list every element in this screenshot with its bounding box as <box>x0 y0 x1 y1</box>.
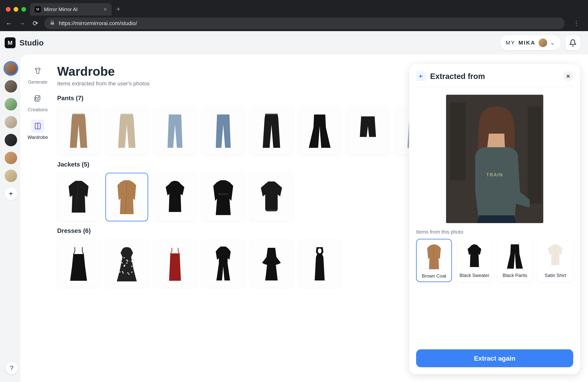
wardrobe-item-brown-wide-pants[interactable] <box>57 106 100 155</box>
extracted-item-label: Brown Coat <box>422 273 446 279</box>
minimize-window-icon[interactable] <box>14 7 18 12</box>
svg-point-14 <box>119 271 120 273</box>
notifications-button[interactable] <box>566 35 580 50</box>
svg-point-19 <box>127 260 128 262</box>
svg-rect-5 <box>265 114 278 116</box>
panel-close-button[interactable] <box>563 71 573 81</box>
svg-point-20 <box>124 265 125 266</box>
svg-rect-3 <box>72 114 85 116</box>
rail-avatar-6[interactable] <box>5 170 17 182</box>
garment-icon <box>256 244 287 283</box>
garment-icon <box>420 242 449 271</box>
rail-avatar-3[interactable] <box>5 116 17 128</box>
help-button[interactable]: ? <box>5 362 18 374</box>
wardrobe-item-black-biker-jacket[interactable] <box>57 173 100 221</box>
wardrobe-item-blue-jeans[interactable] <box>202 106 245 155</box>
garment-icon <box>541 242 570 271</box>
svg-rect-8 <box>218 193 228 195</box>
rail-avatar-1[interactable] <box>5 80 17 93</box>
rail-add-button[interactable]: + <box>5 188 17 200</box>
wardrobe-item-black-trousers[interactable] <box>250 106 293 155</box>
rail-avatar-0[interactable] <box>5 62 17 75</box>
browser-chrome: M Mirror Mirror AI × + ← → ⟳ https://mir… <box>0 0 588 31</box>
items-from-photo-label: Items from this photo <box>416 229 573 235</box>
gallery-icon <box>31 92 44 105</box>
close-icon <box>566 74 571 79</box>
wardrobe-item-black-palazzo[interactable] <box>298 106 341 155</box>
wardrobe-item-red-slip-dress[interactable] <box>154 239 196 288</box>
wardrobe-item-black-trench[interactable] <box>202 173 245 221</box>
svg-rect-31 <box>450 103 465 180</box>
profile-menu[interactable]: MYMIKA ⌄ <box>500 35 561 50</box>
extracted-panel: Extracted from TRAIN <box>409 64 580 374</box>
wardrobe-item-black-sweater-dress[interactable] <box>154 173 196 221</box>
app-title: Studio <box>20 39 43 47</box>
svg-point-28 <box>318 248 321 254</box>
garment-icon <box>256 178 287 216</box>
close-tab-icon[interactable]: × <box>104 6 107 13</box>
svg-rect-32 <box>528 106 541 204</box>
wardrobe-item-brown-coat[interactable] <box>105 173 148 221</box>
rail-avatar-4[interactable] <box>5 134 17 146</box>
tool-creations[interactable]: Creations <box>28 92 48 112</box>
svg-point-26 <box>132 259 133 260</box>
wardrobe-item-black-strap-dress[interactable] <box>57 239 100 288</box>
wardrobe-item-floral-midi-dress[interactable] <box>105 239 148 288</box>
wardrobe-item-black-jumpsuit[interactable] <box>202 239 245 288</box>
tool-generate[interactable]: Generate <box>28 64 47 85</box>
extracted-items-row: Brown Coat Black Sweater Black Pants Sat… <box>416 239 573 282</box>
extracted-item-2[interactable]: Black Pants <box>497 239 533 282</box>
garment-icon <box>159 244 190 283</box>
chevron-down-icon: ⌄ <box>550 40 555 46</box>
garment-icon <box>63 111 94 150</box>
svg-rect-4 <box>121 114 133 116</box>
browser-tab[interactable]: M Mirror Mirror AI × <box>30 3 112 16</box>
extracted-item-1[interactable]: Black Sweater <box>457 239 492 282</box>
source-photo[interactable]: TRAIN <box>446 95 543 223</box>
extracted-item-3[interactable]: Satin Shirt <box>537 239 573 282</box>
panel-back-button[interactable] <box>416 71 426 81</box>
fullscreen-window-icon[interactable] <box>21 7 26 12</box>
extracted-item-label: Black Pants <box>503 273 527 278</box>
svg-rect-6 <box>361 116 375 119</box>
wardrobe-item-light-jeans-raw[interactable] <box>154 106 196 155</box>
app-logo[interactable]: M <box>5 37 16 48</box>
reload-icon[interactable]: ⟳ <box>31 20 40 27</box>
wardrobe-item-black-leather-shorts[interactable] <box>346 106 389 155</box>
svg-point-25 <box>122 262 123 263</box>
close-window-icon[interactable] <box>6 7 10 12</box>
svg-point-24 <box>128 274 129 275</box>
tool-wardrobe[interactable]: Wardrobe <box>28 119 48 140</box>
wardrobe-icon <box>31 119 44 133</box>
extract-again-button[interactable]: Extract again <box>416 349 573 367</box>
svg-point-23 <box>133 260 134 261</box>
rail-avatar-5[interactable] <box>5 152 17 164</box>
lock-icon <box>50 20 55 27</box>
wardrobe-item-black-bomber[interactable] <box>250 173 293 221</box>
garment-icon <box>460 242 489 271</box>
wardrobe-item-beige-wide-pants[interactable] <box>105 106 148 155</box>
svg-text:TRAIN: TRAIN <box>486 172 503 177</box>
address-bar[interactable]: https://mirrormirrorai.com/studio/ <box>44 18 565 29</box>
back-icon[interactable]: ← <box>5 20 13 27</box>
svg-point-27 <box>123 272 124 274</box>
garment-icon <box>208 111 239 150</box>
extracted-item-0[interactable]: Brown Coat <box>416 239 452 282</box>
app-header: M Studio MYMIKA ⌄ <box>0 31 588 54</box>
browser-menu-icon[interactable]: ⋮ <box>569 20 583 27</box>
bell-icon <box>569 39 577 46</box>
extracted-item-label: Satin Shirt <box>545 273 566 278</box>
profile-name: MIKA <box>518 40 536 46</box>
wardrobe-item-black-cutout-dress[interactable] <box>298 239 341 288</box>
tab-favicon: M <box>35 6 41 12</box>
wardrobe-item-black-peplum-dress[interactable] <box>250 239 293 288</box>
new-tab-button[interactable]: + <box>112 5 125 16</box>
profile-prefix: MY <box>505 40 515 46</box>
garment-icon <box>208 178 239 216</box>
svg-rect-9 <box>265 210 278 212</box>
garment-icon <box>111 178 142 216</box>
extracted-item-label: Black Sweater <box>460 273 489 278</box>
rail-avatar-2[interactable] <box>5 98 17 110</box>
svg-point-16 <box>131 261 132 262</box>
svg-point-22 <box>131 272 132 273</box>
